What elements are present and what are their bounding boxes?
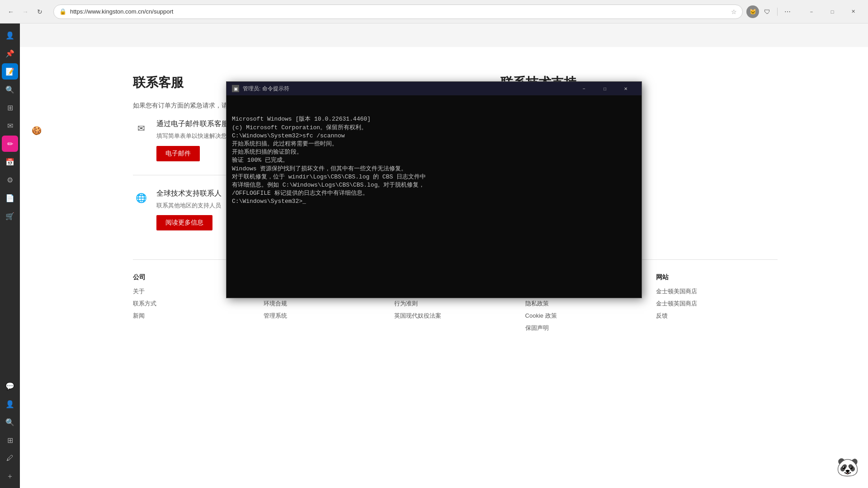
- email-icon: ✉: [133, 120, 149, 136]
- cmd-line: Microsoft Windows [版本 10.0.22631.4460]: [232, 115, 636, 123]
- lock-icon: 🔒: [59, 8, 66, 15]
- maximize-button[interactable]: □: [822, 5, 843, 19]
- sidebar-item-note[interactable]: 📝: [2, 63, 18, 80]
- footer-link[interactable]: Cookie 政策: [525, 312, 557, 319]
- sidebar-item-edit[interactable]: ✏: [2, 136, 18, 152]
- search-icon: 🔍: [5, 85, 14, 94]
- browser-right-icons: 🐱 🛡 ⋯ − □ ✕: [746, 5, 863, 19]
- footer-link[interactable]: 关于: [133, 288, 145, 295]
- globe-icon: 🌐: [133, 190, 149, 206]
- cmd-line: C:\Windows\System32>sfc /scannow: [232, 132, 636, 140]
- user2-icon: 👤: [5, 400, 14, 408]
- sidebar-item-pin[interactable]: 📌: [2, 45, 18, 61]
- sidebar-item-windows[interactable]: ⊞: [2, 432, 18, 448]
- bookmark-icon[interactable]: ☆: [731, 8, 737, 15]
- sidebar: 👤 📌 📝 🔍 ⊞ ✉ ✏ 📅 ⚙ 📄 🛒 💬 👤 🔍: [0, 23, 20, 488]
- window-controls: − □ ✕: [801, 5, 863, 19]
- back-button[interactable]: ←: [5, 5, 17, 18]
- cmd-line: 对于联机修复，位于 windir\Logs\CBS\CBS.log 的 CBS …: [232, 173, 636, 181]
- cmd-line: (c) Microsoft Corporation。保留所有权利。: [232, 124, 636, 132]
- footer-link[interactable]: 金士顿美国商店: [656, 288, 697, 295]
- cmd-minimize-button[interactable]: −: [574, 82, 594, 95]
- pdf-icon: 📄: [5, 194, 14, 202]
- sidebar-item-user2[interactable]: 👤: [2, 396, 18, 412]
- sidebar-item-add[interactable]: ＋: [2, 468, 18, 484]
- sidebar-item-search2[interactable]: 🔍: [2, 414, 18, 430]
- user-avatar[interactable]: 🐱: [746, 5, 759, 18]
- sidebar-item-calendar[interactable]: 📅: [2, 154, 18, 170]
- footer-col: 网站金士顿美国商店金士顿英国商店反馈: [656, 273, 778, 336]
- sidebar-item-pen[interactable]: 🖊: [2, 450, 18, 466]
- calendar-icon: 📅: [5, 158, 14, 166]
- sidebar-item-pdf[interactable]: 📄: [2, 190, 18, 206]
- footer-link[interactable]: 新闻: [133, 312, 145, 319]
- footer-link[interactable]: 隐私政策: [525, 300, 549, 307]
- cmd-line: 开始系统扫描的验证阶段。: [232, 148, 636, 156]
- sidebar-item-mail[interactable]: ✉: [2, 117, 18, 134]
- global-section-desc: 联系其他地区的支持人员: [156, 201, 222, 210]
- footer-link[interactable]: 行为准则: [394, 300, 418, 307]
- sidebar-item-grid[interactable]: ⊞: [2, 99, 18, 116]
- cmd-window: ▣ 管理员: 命令提示符 − □ ✕ Microsoft Windows [版本…: [226, 81, 642, 298]
- footer-link[interactable]: 管理系统: [264, 312, 287, 319]
- cmd-line: C:\Windows\System32>_: [232, 197, 636, 206]
- forward-button[interactable]: →: [19, 5, 32, 18]
- sidebar-item-search[interactable]: 🔍: [2, 81, 18, 98]
- sidebar-item-user[interactable]: 👤: [2, 27, 18, 43]
- pen-icon: 🖊: [6, 454, 14, 462]
- cmd-line: /OFFLOGFILE 标记提供的日志文件中有详细信息。: [232, 189, 636, 197]
- settings2-icon: ⚙: [7, 176, 13, 184]
- cmd-close-button[interactable]: ✕: [615, 82, 636, 95]
- more-button[interactable]: ⋯: [781, 5, 794, 18]
- email-button[interactable]: 电子邮件: [156, 146, 200, 161]
- cmd-line: 验证 100% 已完成。: [232, 156, 636, 164]
- cmd-maximize-button[interactable]: □: [594, 82, 615, 95]
- shield-icon-btn[interactable]: 🛡: [761, 5, 774, 18]
- cookie-icon[interactable]: 🍪: [32, 126, 42, 136]
- divider: [777, 8, 778, 16]
- cmd-line: 有详细信息。例如 C:\Windows\Logs\CBS\CBS.log。对于脱…: [232, 181, 636, 189]
- footer-link[interactable]: 反馈: [656, 312, 668, 319]
- minimize-button[interactable]: −: [801, 5, 822, 19]
- sidebar-item-settings2[interactable]: ⚙: [2, 172, 18, 188]
- footer-link[interactable]: 环境合规: [264, 300, 287, 307]
- pin-icon: 📌: [5, 49, 14, 58]
- cmd-line: 开始系统扫描。此过程将需要一些时间。: [232, 140, 636, 148]
- grid-icon: ⊞: [7, 103, 13, 112]
- sidebar-item-chat[interactable]: 💬: [2, 378, 18, 394]
- sidebar-bottom: 💬 👤 🔍 ⊞ 🖊 ＋: [2, 378, 18, 484]
- sidebar-item-cart[interactable]: 🛒: [2, 208, 18, 224]
- cmd-titlebar: ▣ 管理员: 命令提示符 − □ ✕: [226, 82, 642, 95]
- cmd-body: Microsoft Windows [版本 10.0.22631.4460](c…: [226, 95, 642, 298]
- cmd-win-controls: − □ ✕: [574, 82, 636, 95]
- add-icon: ＋: [6, 472, 14, 481]
- global-contact-text: 全球技术支持联系人 联系其他地区的支持人员 阅读更多信息: [156, 189, 222, 231]
- edit-icon: ✏: [7, 140, 13, 148]
- note-icon: 📝: [5, 67, 14, 76]
- global-button[interactable]: 阅读更多信息: [156, 215, 212, 230]
- windows-icon: ⊞: [7, 436, 13, 445]
- corner-mascot[interactable]: 🐼: [836, 456, 863, 483]
- cart-icon: 🛒: [5, 212, 14, 221]
- user-icon: 👤: [5, 31, 14, 40]
- footer-link[interactable]: 保固声明: [525, 324, 549, 331]
- mail-icon: ✉: [7, 122, 13, 130]
- footer-link[interactable]: 联系方式: [133, 300, 156, 307]
- close-button[interactable]: ✕: [843, 5, 863, 19]
- chat-icon: 💬: [5, 382, 14, 390]
- browser-chrome: ← → ↻ 🔒 https://www.kingston.com.cn/cn/s…: [0, 0, 868, 23]
- footer-link[interactable]: 英国现代奴役法案: [394, 312, 441, 319]
- footer-link[interactable]: 金士顿英国商店: [656, 300, 697, 307]
- refresh-button[interactable]: ↻: [33, 5, 46, 18]
- global-section-title: 全球技术支持联系人: [156, 189, 222, 198]
- cmd-line: Windows 资源保护找到了损坏文件，但其中有一些文件无法修复。: [232, 165, 636, 173]
- cmd-title: 管理员: 命令提示符: [243, 85, 570, 93]
- cmd-app-icon: ▣: [232, 85, 239, 92]
- address-bar[interactable]: 🔒 https://www.kingston.com.cn/cn/support…: [53, 5, 743, 19]
- url-text: https://www.kingston.com.cn/cn/support: [70, 8, 727, 15]
- nav-buttons: ← → ↻: [5, 5, 46, 18]
- search2-icon: 🔍: [5, 418, 14, 427]
